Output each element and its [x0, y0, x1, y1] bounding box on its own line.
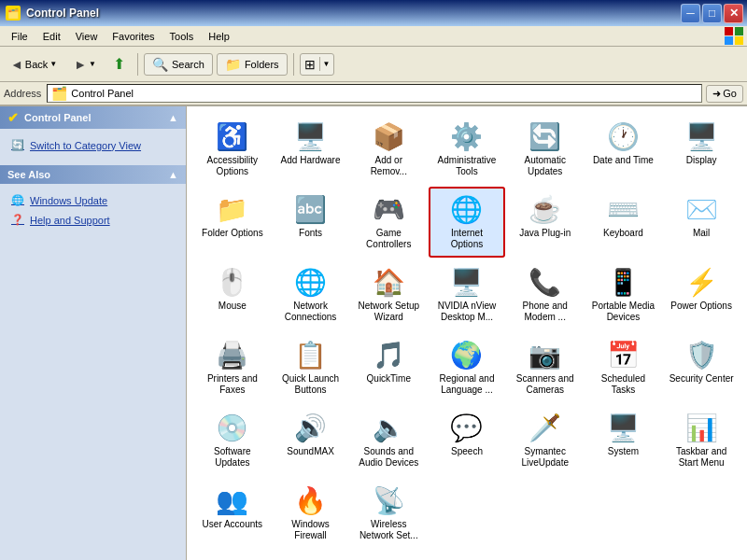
go-button[interactable]: ➜ Go — [706, 85, 743, 103]
icon-item-scanners-cameras[interactable]: 📷Scanners and Cameras — [507, 332, 584, 403]
icon-item-date-time[interactable]: 🕐Date and Time — [585, 114, 662, 185]
game-controllers-label: Game Controllers — [356, 228, 421, 250]
views-dropdown-icon: ▼ — [319, 57, 333, 71]
menu-view[interactable]: View — [68, 29, 106, 44]
icon-item-windows-firewall[interactable]: 🔥Windows Firewall — [273, 478, 349, 549]
add-remove-label: Add or Remov... — [356, 155, 421, 177]
scanners-cameras-icon: 📷 — [530, 340, 560, 370]
internet-options-icon: 🌐 — [452, 194, 482, 224]
back-button[interactable]: ◄ Back ▼ — [4, 53, 63, 76]
sidebar-collapse-icon: ▲ — [168, 112, 178, 123]
icon-item-add-hardware[interactable]: 🖥️Add Hardware — [273, 114, 349, 185]
sidebar-switch-view-link[interactable]: 🔄 Switch to Category View — [7, 136, 178, 154]
software-updates-label: Software Updates — [200, 446, 265, 469]
menu-favorites[interactable]: Favorites — [105, 29, 162, 44]
icon-item-regional-language[interactable]: 🌍Regional and Language ... — [429, 332, 505, 403]
icon-item-fonts[interactable]: 🔤Fonts — [273, 187, 349, 258]
menu-help[interactable]: Help — [201, 29, 237, 44]
scanners-cameras-label: Scanners and Cameras — [513, 373, 578, 396]
system-icon: 🖥️ — [608, 413, 638, 442]
mouse-icon: 🖱️ — [218, 267, 247, 297]
icon-item-user-accounts[interactable]: 👥User Accounts — [194, 478, 271, 549]
help-support-icon: ❓ — [11, 214, 24, 226]
scheduled-tasks-label: Scheduled Tasks — [591, 373, 656, 396]
icon-item-internet-options[interactable]: 🌐Internet Options — [429, 187, 505, 258]
sidebar-windows-update-link[interactable]: 🌐 Windows Update — [7, 191, 178, 209]
menu-file[interactable]: File — [4, 29, 35, 44]
icon-item-game-controllers[interactable]: 🎮Game Controllers — [350, 187, 427, 258]
up-arrow-icon: ⬆ — [113, 55, 125, 73]
icon-item-quicktime[interactable]: 🎵QuickTime — [350, 332, 427, 403]
power-options-icon: ⚡ — [686, 267, 716, 297]
sidebar-see-also-content: 🌐 Windows Update ❓ Help and Support — [0, 184, 186, 238]
icon-item-software-updates[interactable]: 💿Software Updates — [194, 405, 271, 476]
icon-item-network-setup[interactable]: 🏠Network Setup Wizard — [350, 259, 427, 330]
icon-item-network-connections[interactable]: 🌐Network Connections — [273, 259, 349, 330]
phone-modem-label: Phone and Modem ... — [513, 301, 578, 323]
icons-grid: ♿Accessibility Options🖥️Add Hardware📦Add… — [194, 114, 740, 549]
icon-item-keyboard[interactable]: ⌨️Keyboard — [585, 187, 662, 258]
forward-button[interactable]: ► ▼ — [67, 53, 103, 76]
printers-faxes-label: Printers and Faxes — [200, 373, 265, 396]
sidebar: ✔ Control Panel ▲ 🔄 Switch to Category V… — [0, 106, 187, 560]
search-button[interactable]: 🔍 Search — [144, 53, 213, 76]
add-hardware-icon: 🖥️ — [296, 121, 326, 151]
title-bar: 🗂️ Control Panel ─ □ ✕ — [0, 0, 747, 26]
icon-item-speech[interactable]: 💬Speech — [429, 405, 505, 476]
add-hardware-label: Add Hardware — [281, 155, 341, 166]
sidebar-see-also-header[interactable]: See Also ▲ — [0, 165, 186, 184]
keyboard-icon: ⌨️ — [608, 194, 638, 224]
icon-item-mail[interactable]: ✉️Mail — [663, 187, 740, 258]
icon-item-system[interactable]: 🖥️System — [585, 405, 662, 476]
address-label: Address — [4, 88, 41, 99]
soundmax-label: SoundMAX — [287, 446, 334, 457]
quicktime-label: QuickTime — [367, 373, 411, 385]
mouse-label: Mouse — [218, 301, 247, 312]
sidebar-see-also-collapse-icon: ▲ — [168, 169, 178, 180]
icon-item-add-remove[interactable]: 📦Add or Remov... — [350, 114, 427, 185]
maximize-button[interactable]: □ — [702, 4, 722, 23]
icon-item-display[interactable]: 🖥️Display — [663, 114, 740, 185]
icon-item-portable-media[interactable]: 📱Portable Media Devices — [585, 259, 662, 330]
icon-item-accessibility[interactable]: ♿Accessibility Options — [194, 114, 271, 185]
sidebar-control-panel-header[interactable]: ✔ Control Panel ▲ — [0, 106, 186, 129]
icon-item-admin-tools[interactable]: ⚙️Administrative Tools — [429, 114, 505, 185]
switch-view-label: Switch to Category View — [30, 140, 141, 151]
system-label: System — [608, 446, 639, 457]
icon-item-scheduled-tasks[interactable]: 📅Scheduled Tasks — [585, 332, 662, 403]
icon-item-power-options[interactable]: ⚡Power Options — [663, 259, 740, 330]
menu-edit[interactable]: Edit — [35, 29, 68, 44]
menu-tools[interactable]: Tools — [162, 29, 202, 44]
minimize-button[interactable]: ─ — [681, 4, 700, 23]
folders-button[interactable]: 📁 Folders — [217, 53, 288, 76]
icon-item-taskbar-start[interactable]: 📊Taskbar and Start Menu — [663, 405, 740, 476]
icon-item-sounds-audio[interactable]: 🔈Sounds and Audio Devices — [350, 405, 427, 476]
go-arrow-icon: ➜ — [712, 88, 721, 100]
folders-label: Folders — [245, 59, 279, 70]
icon-item-security-center[interactable]: 🛡️Security Center — [663, 332, 740, 403]
icon-item-printers-faxes[interactable]: 🖨️Printers and Faxes — [194, 332, 271, 403]
icon-item-folder-options[interactable]: 📁Folder Options — [194, 187, 271, 258]
software-updates-icon: 💿 — [218, 413, 247, 442]
portable-media-icon: 📱 — [608, 267, 638, 297]
views-button[interactable]: ⊞ ▼ — [300, 53, 334, 76]
sidebar-help-support-link[interactable]: ❓ Help and Support — [7, 211, 178, 229]
icon-item-phone-modem[interactable]: 📞Phone and Modem ... — [507, 259, 584, 330]
icon-item-symantec[interactable]: 🗡️Symantec LiveUpdate — [507, 405, 584, 476]
close-button[interactable]: ✕ — [724, 4, 743, 23]
address-field[interactable]: 🗂️ Control Panel — [47, 84, 702, 103]
user-accounts-label: User Accounts — [203, 519, 262, 530]
icon-item-nvidia-nview[interactable]: 🖥️NVIDIA nView Desktop M... — [429, 259, 505, 330]
title-bar-left: 🗂️ Control Panel — [6, 6, 99, 21]
icon-item-quick-launch[interactable]: 📋Quick Launch Buttons — [273, 332, 349, 403]
quick-launch-label: Quick Launch Buttons — [278, 373, 344, 396]
icon-item-wireless-network[interactable]: 📡Wireless Network Set... — [350, 478, 427, 549]
display-icon: 🖥️ — [686, 121, 716, 151]
display-label: Display — [686, 155, 717, 166]
sidebar-header-content: ✔ Control Panel — [7, 110, 92, 125]
up-button[interactable]: ⬆ — [106, 51, 132, 77]
icon-item-soundmax[interactable]: 🔊SoundMAX — [273, 405, 349, 476]
icon-item-mouse[interactable]: 🖱️Mouse — [194, 259, 271, 330]
icon-item-java-plugin[interactable]: ☕Java Plug-in — [507, 187, 584, 258]
icon-item-auto-updates[interactable]: 🔄Automatic Updates — [507, 114, 584, 185]
